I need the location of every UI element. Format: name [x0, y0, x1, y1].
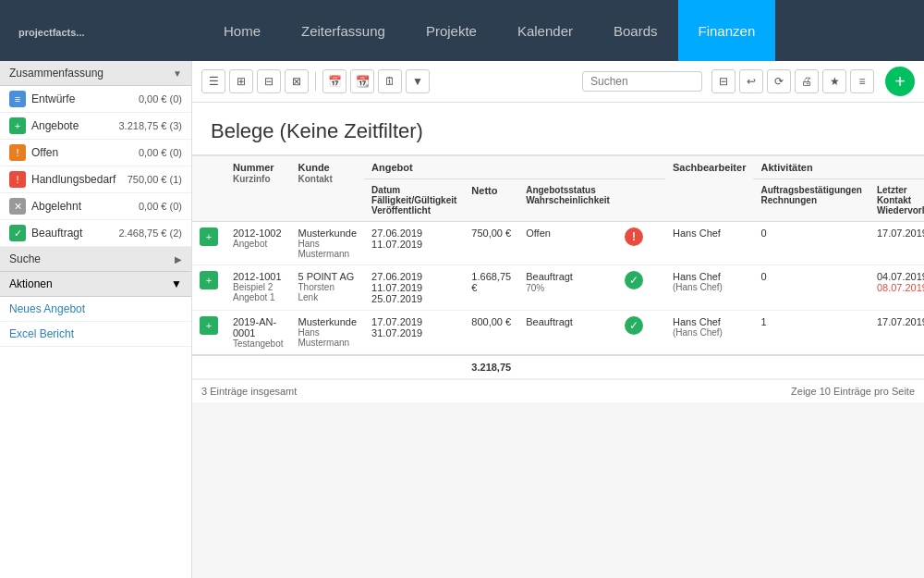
refresh-btn[interactable]: ⟳ — [767, 69, 791, 93]
data-table: Nummer Kurzinfo Kunde Kontakt Angebot Sa… — [192, 156, 924, 379]
neues-angebot-button[interactable]: Neues Angebot — [0, 297, 191, 322]
toolbar-list-btn[interactable]: ☰ — [201, 69, 225, 93]
angebote-label: Angebote — [31, 119, 119, 132]
abgelehnt-label: Abgelehnt — [31, 200, 139, 213]
search-input[interactable] — [582, 71, 702, 92]
toolbar-grid-btn[interactable]: ⊞ — [229, 69, 253, 93]
row2-ab: 0 — [753, 265, 869, 311]
assigned-icon: ✓ — [9, 225, 26, 241]
nav-boards[interactable]: Boards — [593, 0, 678, 61]
beauftragt-amount: 2.468,75 € (2) — [119, 228, 183, 239]
th-kurzinfo: Kurzinfo — [233, 174, 271, 184]
nav-items: Home Zeiterfassung Projekte Kalender Boa… — [203, 0, 775, 61]
toolbar: ☰ ⊞ ⊟ ⊠ 📅 📆 🗓 ▼ ⊟ ↩ ⟳ 🖨 ★ ≡ + — [192, 61, 924, 103]
offen-label: Offen — [31, 146, 139, 159]
logo-text: projectfacts... — [18, 27, 85, 38]
nav-home[interactable]: Home — [203, 0, 281, 61]
row3-status-icon-cell: ✓ — [617, 311, 650, 356]
row3-sachbearbeiter: Hans Chef (Hans Chef) — [665, 311, 753, 356]
table-row[interactable]: + 2019-AN- 0001 Testangebot Musterkunde … — [192, 311, 924, 356]
row1-ab: 0 — [753, 222, 869, 265]
sidebar-suche-header[interactable]: Suche ▶ — [0, 247, 191, 272]
logo: projectfacts... — [0, 21, 203, 41]
th-empty — [192, 156, 225, 222]
toolbar-view-btn[interactable]: ⊠ — [285, 69, 309, 93]
footer-count: 3 Einträge insgesamt — [201, 386, 297, 397]
total-row: 3.218,75 — [192, 355, 924, 379]
row3-type-icon: + — [200, 316, 218, 335]
sidebar-item-entwurfe[interactable]: ≡ Entwürfe 0,00 € (0) — [0, 86, 191, 113]
toolbar-table-btn[interactable]: ⊟ — [257, 69, 281, 93]
row2-status: Beauftragt70% — [518, 265, 617, 311]
th-datum[interactable]: Datum Fälligkeit/Gültigkeit Veröffentlic… — [364, 179, 464, 222]
row2-wiedervorlage-date: 08.07.2019 — [877, 282, 924, 293]
row3-icon-cell: + — [192, 311, 225, 356]
aktionen-arrow: ▼ — [171, 277, 182, 290]
row1-sachbearbeiter: Hans Chef — [665, 222, 753, 265]
table-row[interactable]: + 2012-1001 Beispiel 2 Angebot 1 5 POINT… — [192, 265, 924, 311]
row2-status-icon: ✓ — [625, 271, 643, 289]
row2-empty — [650, 265, 665, 311]
filter-btn[interactable]: ⊟ — [711, 69, 736, 93]
row2-status-icon-cell: ✓ — [617, 265, 650, 311]
offer-icon: + — [9, 117, 26, 134]
sidebar-zusammenfassung-header[interactable]: Zusammenfassung ▼ — [0, 61, 191, 86]
toolbar-cal-btn[interactable]: 📅 — [322, 69, 346, 93]
sidebar-item-abgelehnt[interactable]: ✕ Abgelehnt 0,00 € (0) — [0, 193, 191, 220]
sidebar-item-handlungsbedarf[interactable]: ! Handlungsbedarf 750,00 € (1) — [0, 166, 191, 193]
toolbar-dropdown-btn[interactable]: ▼ — [406, 69, 430, 93]
offen-icon: ! — [9, 144, 26, 161]
excel-bericht-button[interactable]: Excel Bericht — [0, 322, 191, 347]
star-btn[interactable]: ★ — [822, 69, 846, 93]
nav-projekte[interactable]: Projekte — [406, 0, 497, 61]
navbar: projectfacts... Home Zeiterfassung Proje… — [0, 0, 924, 61]
sidebar-aktionen-header: Aktionen ▼ — [0, 272, 191, 297]
th-sachbearbeiter[interactable]: Sachbearbeiter — [665, 156, 753, 222]
th-auftragsbestatigungen[interactable]: Auftragsbestätigungen Rechnungen — [753, 179, 869, 222]
nav-kalender[interactable]: Kalender — [497, 0, 593, 61]
footer-per-page: Zeige 10 Einträge pro Seite — [791, 386, 915, 397]
suche-arrow: ▶ — [175, 254, 182, 264]
th-angebotsstatus[interactable]: Angebotsstatus Wahrscheinlichkeit — [518, 179, 617, 222]
sidebar: Zusammenfassung ▼ ≡ Entwürfe 0,00 € (0) … — [0, 61, 192, 578]
content-area: ☰ ⊞ ⊟ ⊠ 📅 📆 🗓 ▼ ⊟ ↩ ⟳ 🖨 ★ ≡ + Bele — [192, 61, 924, 578]
toolbar-cal2-btn[interactable]: 📆 — [350, 69, 374, 93]
row3-status: Beauftragt — [518, 311, 617, 356]
row2-type-icon: + — [200, 271, 218, 289]
sidebar-item-angebote[interactable]: + Angebote 3.218,75 € (3) — [0, 113, 191, 140]
row3-letzter-kontakt: 17.07.2019 — [869, 311, 924, 356]
offen-amount: 0,00 € (0) — [139, 147, 182, 158]
add-button[interactable]: + — [885, 67, 915, 96]
row1-datum: 27.06.2019 11.07.2019 — [364, 222, 464, 265]
nav-finanzen[interactable]: Finanzen — [678, 0, 776, 61]
zusammenfassung-label: Zusammenfassung — [9, 67, 103, 80]
settings-btn[interactable]: ≡ — [850, 69, 874, 93]
row1-type-icon: + — [200, 228, 218, 246]
row1-nummer: 2012-1002 Angebot — [225, 222, 291, 265]
aktionen-label: Aktionen — [9, 277, 53, 290]
th-netto[interactable]: Netto — [464, 179, 518, 222]
row2-nummer: 2012-1001 Beispiel 2 Angebot 1 — [225, 265, 291, 311]
row2-letzter-kontakt: 04.07.2019 08.07.2019 — [869, 265, 924, 311]
row2-datum: 27.06.2019 11.07.2019 25.07.2019 — [364, 265, 464, 311]
sidebar-item-offen[interactable]: ! Offen 0,00 € (0) — [0, 140, 191, 166]
handlungsbedarf-amount: 750,00 € (1) — [128, 174, 182, 185]
row3-nummer: 2019-AN- 0001 Testangebot — [225, 311, 291, 356]
handlungsbedarf-label: Handlungsbedarf — [31, 173, 128, 186]
undo-btn[interactable]: ↩ — [739, 69, 763, 93]
th-kunde[interactable]: Kunde Kontakt — [291, 156, 365, 222]
suche-label: Suche — [9, 252, 41, 265]
th-letzter-kontakt[interactable]: Letzter Kontakt Wiedervorlage — [869, 179, 924, 222]
table-row[interactable]: + 2012-1002 Angebot Musterkunde Hans Mus… — [192, 222, 924, 265]
nav-zeiterfassung[interactable]: Zeiterfassung — [281, 0, 406, 61]
row3-netto: 800,00 € — [464, 311, 518, 356]
th-empty2 — [617, 179, 650, 222]
toolbar-right: ⊟ ↩ ⟳ 🖨 ★ ≡ — [711, 69, 874, 93]
sidebar-item-beauftragt[interactable]: ✓ Beauftragt 2.468,75 € (2) — [0, 220, 191, 247]
print-btn[interactable]: 🖨 — [795, 69, 819, 93]
toolbar-cal3-btn[interactable]: 🗓 — [378, 69, 402, 93]
th-aktivitaten-group: Aktivitäten — [753, 156, 924, 179]
row3-status-icon: ✓ — [625, 316, 643, 335]
table-container: Nummer Kurzinfo Kunde Kontakt Angebot Sa… — [192, 156, 924, 402]
th-nummer[interactable]: Nummer Kurzinfo — [225, 156, 291, 222]
